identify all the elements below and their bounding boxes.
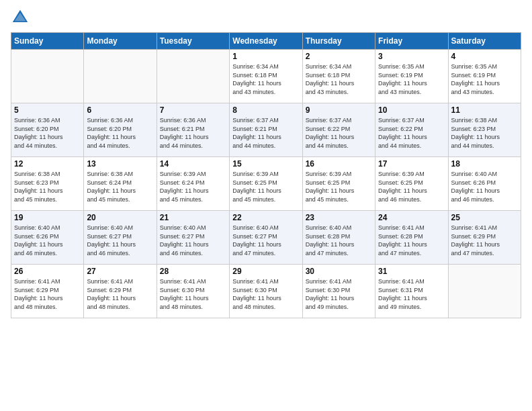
logo: [11, 8, 32, 27]
calendar-cell: 4Sunrise: 6:35 AM Sunset: 6:19 PM Daylig…: [448, 50, 521, 103]
day-info: Sunrise: 6:39 AM Sunset: 6:25 PM Dayligh…: [306, 170, 372, 203]
calendar-cell: 23Sunrise: 6:40 AM Sunset: 6:28 PM Dayli…: [302, 211, 375, 265]
weekday-header: Tuesday: [157, 33, 229, 50]
day-number: 20: [87, 213, 153, 222]
calendar-cell: 24Sunrise: 6:41 AM Sunset: 6:28 PM Dayli…: [375, 211, 448, 265]
day-number: 26: [14, 267, 81, 276]
calendar-cell: 13Sunrise: 6:38 AM Sunset: 6:24 PM Dayli…: [84, 157, 157, 211]
calendar-cell: 12Sunrise: 6:38 AM Sunset: 6:23 PM Dayli…: [11, 157, 84, 211]
weekday-header: Saturday: [448, 33, 521, 50]
day-number: 9: [306, 105, 372, 115]
day-info: Sunrise: 6:35 AM Sunset: 6:19 PM Dayligh…: [451, 62, 518, 96]
weekday-header: Sunday: [11, 33, 84, 50]
calendar-cell: 19Sunrise: 6:40 AM Sunset: 6:26 PM Dayli…: [11, 211, 84, 265]
weekday-header: Wednesday: [230, 33, 302, 50]
calendar-week-row: 1Sunrise: 6:34 AM Sunset: 6:18 PM Daylig…: [11, 50, 521, 103]
day-info: Sunrise: 6:40 AM Sunset: 6:27 PM Dayligh…: [232, 224, 299, 257]
calendar-cell: [448, 265, 521, 318]
day-info: Sunrise: 6:40 AM Sunset: 6:27 PM Dayligh…: [160, 224, 226, 257]
logo-icon: [11, 8, 30, 27]
calendar-cell: 9Sunrise: 6:37 AM Sunset: 6:22 PM Daylig…: [302, 103, 375, 157]
day-number: 16: [306, 159, 372, 169]
day-number: 18: [451, 159, 518, 169]
calendar-cell: 20Sunrise: 6:40 AM Sunset: 6:27 PM Dayli…: [84, 211, 157, 265]
day-number: 30: [306, 267, 372, 276]
day-info: Sunrise: 6:39 AM Sunset: 6:24 PM Dayligh…: [160, 170, 226, 203]
calendar-cell: [84, 50, 157, 103]
day-number: 27: [87, 267, 153, 276]
day-number: 15: [232, 159, 299, 169]
calendar-cell: 1Sunrise: 6:34 AM Sunset: 6:18 PM Daylig…: [230, 50, 302, 103]
calendar-cell: 17Sunrise: 6:39 AM Sunset: 6:25 PM Dayli…: [375, 157, 448, 211]
calendar-cell: 2Sunrise: 6:34 AM Sunset: 6:18 PM Daylig…: [302, 50, 375, 103]
calendar-cell: 31Sunrise: 6:41 AM Sunset: 6:31 PM Dayli…: [375, 265, 448, 318]
calendar-cell: 14Sunrise: 6:39 AM Sunset: 6:24 PM Dayli…: [157, 157, 229, 211]
calendar-cell: 27Sunrise: 6:41 AM Sunset: 6:29 PM Dayli…: [84, 265, 157, 318]
calendar-cell: 11Sunrise: 6:38 AM Sunset: 6:23 PM Dayli…: [448, 103, 521, 157]
day-info: Sunrise: 6:34 AM Sunset: 6:18 PM Dayligh…: [232, 62, 299, 96]
calendar-cell: 22Sunrise: 6:40 AM Sunset: 6:27 PM Dayli…: [230, 211, 302, 265]
day-number: 12: [14, 159, 81, 169]
day-info: Sunrise: 6:41 AM Sunset: 6:29 PM Dayligh…: [451, 224, 518, 257]
day-info: Sunrise: 6:34 AM Sunset: 6:18 PM Dayligh…: [306, 62, 372, 96]
day-info: Sunrise: 6:38 AM Sunset: 6:23 PM Dayligh…: [451, 116, 518, 150]
day-number: 21: [160, 213, 226, 222]
day-number: 10: [378, 105, 445, 115]
calendar-week-row: 5Sunrise: 6:36 AM Sunset: 6:20 PM Daylig…: [11, 103, 521, 157]
calendar-cell: 8Sunrise: 6:37 AM Sunset: 6:21 PM Daylig…: [230, 103, 302, 157]
weekday-header: Thursday: [302, 33, 375, 50]
day-info: Sunrise: 6:37 AM Sunset: 6:22 PM Dayligh…: [378, 116, 445, 150]
day-info: Sunrise: 6:39 AM Sunset: 6:25 PM Dayligh…: [378, 170, 445, 203]
calendar-cell: 5Sunrise: 6:36 AM Sunset: 6:20 PM Daylig…: [11, 103, 84, 157]
calendar-week-row: 26Sunrise: 6:41 AM Sunset: 6:29 PM Dayli…: [11, 265, 521, 318]
day-info: Sunrise: 6:36 AM Sunset: 6:20 PM Dayligh…: [14, 116, 81, 150]
day-info: Sunrise: 6:37 AM Sunset: 6:22 PM Dayligh…: [306, 116, 372, 150]
day-number: 28: [160, 267, 226, 276]
day-info: Sunrise: 6:36 AM Sunset: 6:20 PM Dayligh…: [87, 116, 153, 150]
day-info: Sunrise: 6:41 AM Sunset: 6:28 PM Dayligh…: [378, 224, 445, 257]
day-info: Sunrise: 6:41 AM Sunset: 6:30 PM Dayligh…: [160, 277, 226, 311]
calendar-cell: 25Sunrise: 6:41 AM Sunset: 6:29 PM Dayli…: [448, 211, 521, 265]
calendar-cell: 21Sunrise: 6:40 AM Sunset: 6:27 PM Dayli…: [157, 211, 229, 265]
calendar-cell: 26Sunrise: 6:41 AM Sunset: 6:29 PM Dayli…: [11, 265, 84, 318]
day-info: Sunrise: 6:36 AM Sunset: 6:21 PM Dayligh…: [160, 116, 226, 150]
calendar-cell: 28Sunrise: 6:41 AM Sunset: 6:30 PM Dayli…: [157, 265, 229, 318]
day-number: 7: [160, 105, 226, 115]
calendar-cell: [157, 50, 229, 103]
day-info: Sunrise: 6:41 AM Sunset: 6:29 PM Dayligh…: [87, 277, 153, 311]
weekday-header-row: SundayMondayTuesdayWednesdayThursdayFrid…: [11, 33, 521, 50]
day-number: 17: [378, 159, 445, 169]
weekday-header: Friday: [375, 33, 448, 50]
calendar-cell: 3Sunrise: 6:35 AM Sunset: 6:19 PM Daylig…: [375, 50, 448, 103]
day-number: 2: [306, 52, 372, 61]
calendar-cell: 6Sunrise: 6:36 AM Sunset: 6:20 PM Daylig…: [84, 103, 157, 157]
day-info: Sunrise: 6:41 AM Sunset: 6:30 PM Dayligh…: [306, 277, 372, 311]
day-info: Sunrise: 6:41 AM Sunset: 6:31 PM Dayligh…: [378, 277, 445, 311]
day-number: 25: [451, 213, 518, 222]
day-number: 13: [87, 159, 153, 169]
day-info: Sunrise: 6:40 AM Sunset: 6:26 PM Dayligh…: [451, 170, 518, 203]
day-info: Sunrise: 6:40 AM Sunset: 6:28 PM Dayligh…: [306, 224, 372, 257]
calendar-cell: [11, 50, 84, 103]
day-number: 22: [232, 213, 299, 222]
calendar-week-row: 19Sunrise: 6:40 AM Sunset: 6:26 PM Dayli…: [11, 211, 521, 265]
day-info: Sunrise: 6:40 AM Sunset: 6:26 PM Dayligh…: [14, 224, 81, 257]
calendar-cell: 18Sunrise: 6:40 AM Sunset: 6:26 PM Dayli…: [448, 157, 521, 211]
day-info: Sunrise: 6:38 AM Sunset: 6:23 PM Dayligh…: [14, 170, 81, 203]
day-number: 6: [87, 105, 153, 115]
calendar-week-row: 12Sunrise: 6:38 AM Sunset: 6:23 PM Dayli…: [11, 157, 521, 211]
day-number: 8: [232, 105, 299, 115]
calendar-cell: 7Sunrise: 6:36 AM Sunset: 6:21 PM Daylig…: [157, 103, 229, 157]
calendar-cell: 16Sunrise: 6:39 AM Sunset: 6:25 PM Dayli…: [302, 157, 375, 211]
calendar-cell: 29Sunrise: 6:41 AM Sunset: 6:30 PM Dayli…: [230, 265, 302, 318]
day-number: 5: [14, 105, 81, 115]
day-number: 31: [378, 267, 445, 276]
calendar-table: SundayMondayTuesdayWednesdayThursdayFrid…: [11, 32, 521, 318]
day-number: 3: [378, 52, 445, 61]
day-number: 24: [378, 213, 445, 222]
calendar-cell: 10Sunrise: 6:37 AM Sunset: 6:22 PM Dayli…: [375, 103, 448, 157]
header: [11, 8, 521, 27]
calendar-cell: 15Sunrise: 6:39 AM Sunset: 6:25 PM Dayli…: [230, 157, 302, 211]
day-info: Sunrise: 6:41 AM Sunset: 6:30 PM Dayligh…: [232, 277, 299, 311]
day-number: 23: [306, 213, 372, 222]
